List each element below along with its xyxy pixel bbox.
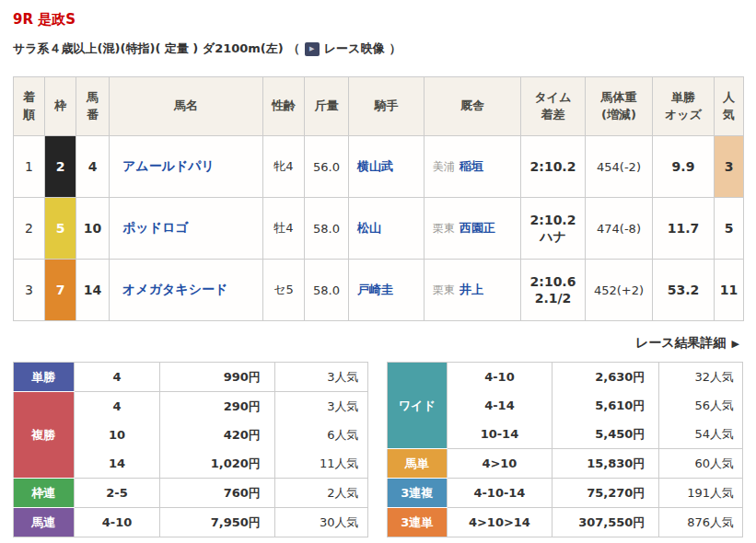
- col-horse-name: 馬名: [110, 77, 263, 136]
- combination: 4-10: [75, 508, 160, 537]
- payout-amount: 1,020円: [160, 449, 274, 478]
- win-odds: 9.9: [653, 136, 715, 198]
- payout-table-left: 単勝 4 990円 3人気 複勝 4 10 14 290円 420円 1,020…: [13, 362, 368, 537]
- margin: ハナ: [521, 228, 585, 245]
- combination: 10-14: [448, 420, 552, 448]
- horse-name-cell: アムールドパリ: [110, 136, 263, 198]
- trainer-link[interactable]: 西園正: [459, 221, 495, 235]
- bet-type-label: 枠連: [14, 479, 75, 508]
- payout-table-right: ワイド 4-10 4-14 10-14 2,630円 5,610円 5,450円…: [387, 362, 744, 537]
- combination: 4>10: [448, 449, 552, 478]
- col-win-odds: 単勝 オッズ: [653, 77, 715, 136]
- bet-type-label: 複勝: [14, 392, 75, 479]
- combination: 4-14: [448, 391, 552, 420]
- col-finish-order: 着 順: [14, 77, 45, 136]
- stable-cell: 栗東西園正: [425, 198, 521, 260]
- stable-cell: 栗東井上: [425, 260, 521, 321]
- horse-weight: 452(+2): [586, 260, 653, 321]
- video-play-icon: ▶: [305, 42, 320, 56]
- payout-popularity: 876人気: [659, 508, 742, 537]
- combination: 4: [75, 392, 160, 421]
- col-sex-age: 性齢: [263, 77, 305, 136]
- bet-type-label: 単勝: [14, 363, 75, 392]
- result-row-1: 1 2 4 アムールドパリ 牝4 56.0 横山武 美浦稲垣 2:10.2 45…: [14, 136, 744, 198]
- sex-age: 牝4: [263, 136, 305, 198]
- race-conditions-bar: サラ系４歳以上(混)(特指)( 定量 ) ダ2100m(左) （ ▶ レース映像…: [13, 40, 743, 57]
- combination: 4-10: [448, 363, 552, 391]
- results-header-row: 着 順 枠 馬 番 馬名 性齢 斤量 騎手 厩舎 タイム 着差 馬体重 (増減)…: [14, 77, 744, 136]
- payout-amount: 290円: [160, 392, 274, 421]
- payout-group-trifecta: 3連単 4>10>14 307,550円 876人気: [387, 508, 743, 537]
- payout-popularity: 3人気: [275, 363, 367, 391]
- combination: 4-10-14: [448, 479, 552, 507]
- horse-name-link[interactable]: オメガタキシード: [122, 282, 227, 296]
- payout-popularity: 54人気: [659, 420, 742, 448]
- horse-name-link[interactable]: アムールドパリ: [122, 158, 215, 173]
- payout-amount: 7,950円: [160, 508, 274, 537]
- combination: 2-5: [75, 479, 160, 507]
- col-weight: 斤量: [305, 77, 349, 136]
- race-conditions-text: サラ系４歳以上(混)(特指)( 定量 ) ダ2100m(左): [13, 40, 284, 57]
- trainer-link[interactable]: 稲垣: [459, 159, 483, 173]
- popularity: 3: [715, 136, 744, 198]
- payout-popularity: 60人気: [659, 449, 742, 478]
- jockey-cell: 戸崎圭: [349, 260, 425, 321]
- result-detail-row: レース結果詳細▶: [13, 321, 743, 362]
- payout-popularity: 56人気: [659, 391, 742, 420]
- frame-number: 7: [45, 260, 76, 321]
- payout-group-place: 複勝 4 10 14 290円 420円 1,020円 3人気 6人気 11人気: [14, 392, 368, 479]
- race-title: 9R 是政S: [13, 11, 743, 29]
- horse-weight: 474(-8): [586, 198, 653, 260]
- finish-position: 1: [14, 136, 45, 198]
- payout-group-quinella: 馬連 4-10 7,950円 30人気: [14, 508, 368, 537]
- combination: 4: [75, 363, 160, 391]
- bet-type-label: 3連単: [387, 508, 448, 537]
- horse-name-cell: オメガタキシード: [110, 260, 263, 321]
- stable-cell: 美浦稲垣: [425, 136, 521, 198]
- jockey-link[interactable]: 横山武: [357, 159, 393, 173]
- payout-amount: 307,550円: [552, 508, 659, 537]
- payout-group-trio: 3連複 4-10-14 75,270円 191人気: [387, 479, 743, 508]
- payout-popularity: 6人気: [275, 421, 367, 449]
- horse-name-link[interactable]: ポッドロゴ: [122, 220, 189, 235]
- finish-position: 3: [14, 260, 45, 321]
- stable-region: 美浦: [433, 160, 455, 173]
- time-margin-cell: 2:10.2: [521, 136, 586, 198]
- bet-type-label: 3連複: [387, 479, 448, 508]
- jockey-link[interactable]: 戸崎圭: [357, 283, 393, 296]
- race-video-link[interactable]: ▶ レース映像: [305, 40, 385, 57]
- combination: 10: [75, 421, 160, 449]
- paren-open: （: [288, 40, 300, 57]
- time-margin-cell: 2:10.2ハナ: [521, 198, 586, 260]
- col-popularity: 人 気: [715, 77, 744, 136]
- sex-age: セ5: [263, 260, 305, 321]
- payout-group-win: 単勝 4 990円 3人気: [14, 363, 368, 392]
- result-row-2: 2 5 10 ポッドロゴ 牡4 58.0 松山 栗東西園正 2:10.2ハナ 4…: [14, 198, 744, 260]
- payout-amount: 760円: [160, 479, 274, 507]
- chevron-right-icon: ▶: [732, 338, 739, 350]
- win-odds: 53.2: [653, 260, 715, 321]
- payout-popularity: 32人気: [659, 363, 742, 391]
- horse-name-cell: ポッドロゴ: [110, 198, 263, 260]
- frame-number: 2: [45, 136, 76, 198]
- carried-weight: 58.0: [305, 198, 349, 260]
- jockey-cell: 松山: [349, 198, 425, 260]
- col-horse-number: 馬 番: [76, 77, 110, 136]
- payout-amount: 75,270円: [552, 479, 659, 507]
- payout-group-bracket-quinella: 枠連 2-5 760円 2人気: [14, 479, 368, 508]
- payout-popularity: 11人気: [275, 449, 367, 478]
- bet-type-label: 馬単: [387, 449, 448, 479]
- horse-weight: 454(-2): [586, 136, 653, 198]
- finish-time: 2:10.6: [521, 273, 585, 290]
- bet-type-label: ワイド: [387, 363, 448, 449]
- payout-amount: 420円: [160, 421, 274, 449]
- race-result-detail-link[interactable]: レース結果詳細▶: [635, 335, 739, 350]
- payout-section: 単勝 4 990円 3人気 複勝 4 10 14 290円 420円 1,020…: [13, 362, 743, 537]
- trainer-link[interactable]: 井上: [459, 283, 483, 296]
- jockey-link[interactable]: 松山: [357, 221, 381, 235]
- payout-amount: 2,630円: [552, 363, 659, 391]
- bet-type-label: 馬連: [14, 508, 75, 537]
- horse-number: 4: [76, 136, 110, 198]
- finish-position: 2: [14, 198, 45, 260]
- col-time-margin: タイム 着差: [521, 77, 586, 136]
